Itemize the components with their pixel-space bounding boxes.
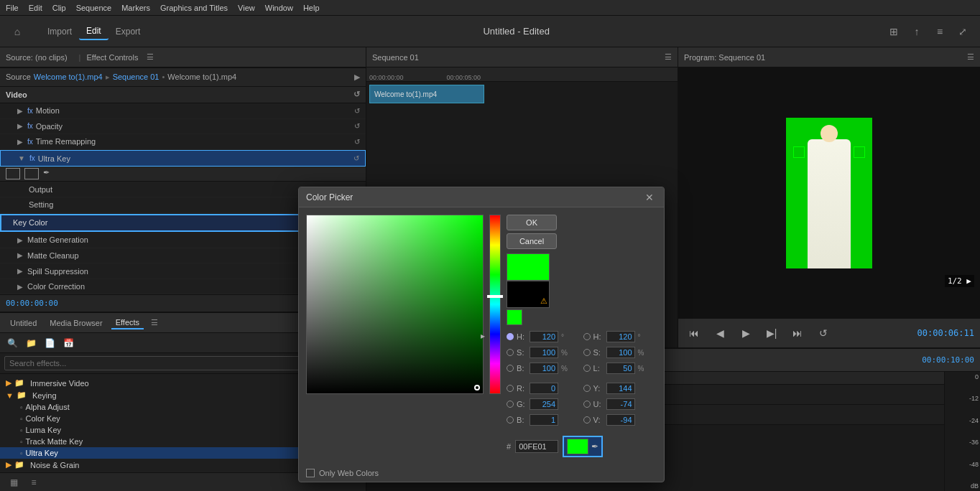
s-right-radio[interactable] <box>583 349 591 356</box>
goto-start-btn[interactable]: ⏮ <box>684 323 704 343</box>
menu-sequence[interactable]: Sequence <box>76 4 112 12</box>
menu-graphics[interactable]: Graphics and Titles <box>160 4 228 12</box>
effects-bottom-icon-btn1[interactable]: ▦ <box>6 474 22 490</box>
dialog-close-button[interactable]: ✕ <box>642 190 657 205</box>
hue-left-arrow: ▸ <box>481 331 485 341</box>
program-menu-icon[interactable]: ☰ <box>967 52 974 62</box>
b-left-input[interactable] <box>530 363 558 374</box>
g-radio[interactable] <box>507 401 514 408</box>
uk-toggle-btn2[interactable] <box>24 168 39 179</box>
motion-reset-btn[interactable]: ↺ <box>354 107 360 115</box>
tab-media-browser[interactable]: Media Browser <box>45 317 106 329</box>
s-left-radio[interactable] <box>507 349 514 356</box>
breadcrumb-file[interactable]: Welcome to(1).mp4 <box>34 73 103 81</box>
s-right-input[interactable] <box>606 347 635 358</box>
cancel-button[interactable]: Cancel <box>507 233 557 249</box>
ultra-key-row[interactable]: ▼ fx Ultra Key ↺ <box>0 150 366 167</box>
export-share-icon[interactable]: ↑ <box>908 23 925 40</box>
gradient-black-overlay <box>307 215 483 393</box>
menu-view[interactable]: View <box>238 4 255 12</box>
b-rgb-radio[interactable] <box>507 416 514 424</box>
v-input[interactable] <box>606 414 635 426</box>
step-forward-btn[interactable]: ▶| <box>762 323 782 343</box>
web-colors-checkbox[interactable] <box>306 469 315 477</box>
effects-calendar-btn[interactable]: 📅 <box>60 335 76 351</box>
b-left-unit: % <box>561 365 571 373</box>
h-left-radio[interactable] <box>507 333 514 340</box>
motion-label: Motion <box>36 106 350 115</box>
g-input[interactable] <box>530 398 558 410</box>
s-left-input[interactable] <box>530 347 558 358</box>
v-radio[interactable] <box>583 416 591 424</box>
goto-end-btn[interactable]: ⏭ <box>787 323 808 343</box>
opacity-fx-badge: fx <box>27 122 33 130</box>
y-radio[interactable] <box>583 385 591 392</box>
breadcrumb-sequence[interactable]: Sequence 01 <box>113 73 160 81</box>
menu-file[interactable]: File <box>6 4 19 12</box>
hex-input[interactable] <box>515 440 558 453</box>
tab-import[interactable]: Import <box>40 24 79 39</box>
step-back-btn[interactable]: ◀ <box>710 323 730 343</box>
effects-bottom-icon-btn2[interactable]: ≡ <box>26 474 42 490</box>
color-picker-dialog[interactable]: Color Picker ✕ ◂ ▸ <box>298 187 665 482</box>
time-remapping-row[interactable]: ▶ fx Time Remapping ↺ <box>0 134 366 150</box>
source-label: Source: (no clips) <box>6 53 68 62</box>
b-rgb-input[interactable] <box>530 414 558 426</box>
time-remap-reset-btn[interactable]: ↺ <box>354 138 360 146</box>
opacity-reset-btn[interactable]: ↺ <box>354 122 360 130</box>
item-icon-color-key: ▫ <box>20 415 23 423</box>
color-gradient-picker[interactable]: ◂ <box>306 215 484 394</box>
motion-row[interactable]: ▶ fx Motion ↺ <box>0 103 366 119</box>
workspace-icon[interactable]: ⊞ <box>885 23 902 40</box>
effects-panel-menu[interactable]: ☰ <box>151 318 158 327</box>
y-input[interactable] <box>606 383 635 394</box>
uk-eyedropper-header[interactable]: ✒ <box>43 168 57 179</box>
menu-edit[interactable]: Edit <box>29 4 42 12</box>
l-input[interactable] <box>606 363 635 374</box>
h-right-radio[interactable] <box>583 333 591 340</box>
tab-edit[interactable]: Edit <box>79 23 108 40</box>
r-radio[interactable] <box>507 385 514 392</box>
panel-menu-icon[interactable]: ☰ <box>147 52 154 62</box>
settings-icon[interactable]: ≡ <box>931 23 948 40</box>
hue-bar-container[interactable]: ▸ <box>489 215 501 457</box>
hex-swatch-box[interactable]: ✒ <box>563 436 603 457</box>
uk-toggle-btn[interactable] <box>6 168 20 179</box>
menu-help[interactable]: Help <box>303 4 320 12</box>
hex-eyedropper-btn[interactable]: ✒ <box>591 441 598 452</box>
play-btn[interactable]: ▶ <box>736 323 756 343</box>
l-radio[interactable] <box>583 365 591 372</box>
menu-window[interactable]: Window <box>265 4 293 12</box>
opacity-row[interactable]: ▶ fx Opacity ↺ <box>0 119 366 135</box>
timeline-menu-icon[interactable]: ☰ <box>665 52 672 62</box>
ultra-key-reset-btn[interactable]: ↺ <box>353 154 359 162</box>
fullscreen-icon[interactable]: ⤢ <box>954 23 971 40</box>
ok-button[interactable]: OK <box>507 215 557 230</box>
section-reset-icon[interactable]: ↺ <box>353 90 360 99</box>
source-panel-header: Source: (no clips) | Effect Controls ☰ <box>0 47 366 67</box>
h-right-input[interactable] <box>606 331 635 342</box>
hue-spectrum-bar[interactable] <box>489 215 501 394</box>
menu-markers[interactable]: Markers <box>121 4 150 12</box>
output-label: Output <box>17 185 315 194</box>
b-left-radio[interactable] <box>507 365 514 372</box>
u-radio[interactable] <box>583 401 591 408</box>
web-color-swatch[interactable] <box>507 309 522 325</box>
tab-export[interactable]: Export <box>108 24 148 39</box>
u-input[interactable] <box>606 398 635 410</box>
home-button[interactable]: ⌂ <box>9 23 26 40</box>
breadcrumb-go-icon[interactable]: ▶ <box>354 73 360 82</box>
loop-btn[interactable]: ↺ <box>813 323 833 343</box>
effects-new-bin-btn[interactable]: 📁 <box>23 335 39 351</box>
clip-block[interactable]: Welcome to(1).mp4 <box>369 85 484 103</box>
tab-untitled[interactable]: Untitled <box>6 317 41 329</box>
r-input[interactable] <box>530 383 558 394</box>
tab-effects[interactable]: Effects <box>111 317 144 329</box>
dialog-buttons: OK Cancel <box>507 215 657 249</box>
menu-clip[interactable]: Clip <box>52 4 66 12</box>
effect-controls-label[interactable]: Effect Controls <box>86 53 138 62</box>
effects-new-item-btn[interactable]: 📄 <box>42 335 57 351</box>
effects-search-btn[interactable]: 🔍 <box>4 335 20 351</box>
video-section-label: Video <box>6 90 27 99</box>
h-left-input[interactable] <box>530 331 558 342</box>
